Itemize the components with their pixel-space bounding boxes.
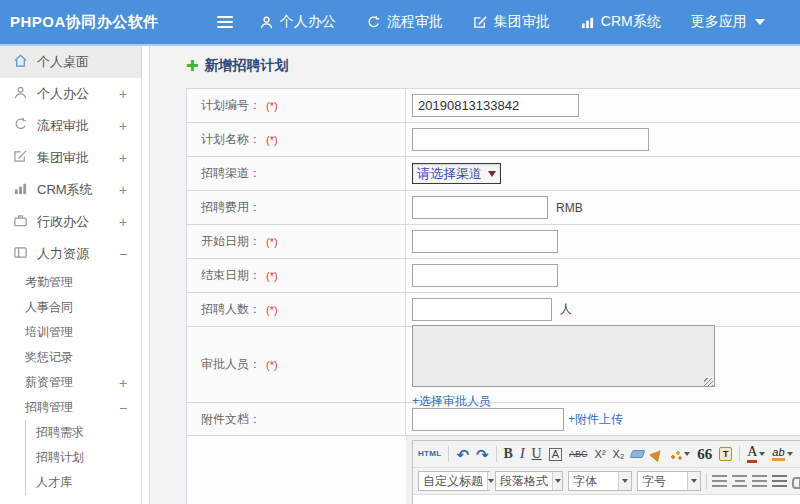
redo-button[interactable]: ↷ bbox=[476, 447, 489, 462]
unit-suffix: 人 bbox=[560, 301, 572, 318]
font-family-select[interactable]: 字体 bbox=[568, 471, 632, 491]
chevron-down-icon bbox=[622, 479, 628, 483]
sidebar-item-recruit-plan[interactable]: 招聘计划 bbox=[26, 445, 141, 470]
sidebar-item-admin-office[interactable]: 行政办公 + bbox=[0, 206, 141, 238]
italic-button[interactable]: I bbox=[520, 447, 525, 461]
edit-icon bbox=[473, 15, 488, 30]
editor-toolbar-row2: 自定义标题 段落格式 字体 字号 bbox=[413, 468, 800, 495]
expand-plus-icon[interactable]: + bbox=[119, 118, 141, 134]
sidebar-item-hr[interactable]: 人力资源 − bbox=[0, 238, 141, 270]
channel-select[interactable]: 请选择渠道 bbox=[412, 163, 501, 184]
format-clear-brush-icon[interactable] bbox=[649, 446, 665, 462]
format-painter-button[interactable] bbox=[670, 448, 690, 460]
recruit-submenu: 招聘需求 招聘计划 人才库 bbox=[25, 420, 141, 495]
recruit-plan-form: 计划编号： (*) 计划名称： (*) 招聘渠道： 请选择渠道 bbox=[186, 88, 800, 504]
undo-button[interactable]: ↶ bbox=[456, 447, 469, 462]
sidebar-item-group-approval[interactable]: 集团审批 + bbox=[0, 142, 141, 174]
paste-text-icon[interactable]: T bbox=[719, 447, 732, 461]
page-title: ✚ 新增招聘计划 bbox=[186, 57, 289, 75]
sidebar-item-personal-office[interactable]: 个人办公 + bbox=[0, 78, 141, 110]
required-mark: (*) bbox=[266, 359, 278, 371]
main-content: ✚ 新增招聘计划 计划编号： (*) 计划名称： (*) 招聘渠道： bbox=[150, 46, 800, 504]
plan-name-input[interactable] bbox=[412, 128, 649, 151]
sidebar-item-recruit-mgmt[interactable]: 招聘管理 − bbox=[0, 395, 141, 420]
link-icon[interactable] bbox=[792, 477, 800, 486]
topmenu-group-approval[interactable]: 集团审批 bbox=[473, 13, 550, 31]
sidebar: 个人桌面 个人办公 + 流程审批 + 集团审批 + bbox=[0, 46, 141, 504]
required-mark: (*) bbox=[266, 270, 278, 282]
expand-plus-icon[interactable]: + bbox=[119, 214, 141, 230]
currency-suffix: RMB bbox=[556, 201, 583, 215]
required-mark: (*) bbox=[266, 134, 278, 146]
sidebar-item-training[interactable]: 培训管理 bbox=[0, 320, 141, 345]
plan-no-input[interactable] bbox=[412, 94, 579, 117]
topmenu-workflow-approval[interactable]: 流程审批 bbox=[366, 13, 443, 31]
add-plus-icon: ✚ bbox=[186, 57, 199, 75]
sidebar-item-salary[interactable]: 薪资管理 + bbox=[0, 370, 141, 395]
sidebar-item-recruit-demand[interactable]: 招聘需求 bbox=[26, 420, 141, 445]
chevron-down-icon bbox=[691, 479, 697, 483]
sidebar-item-talent-pool[interactable]: 人才库 bbox=[26, 470, 141, 495]
topmenu-crm[interactable]: CRM系统 bbox=[580, 13, 661, 31]
person-icon bbox=[13, 85, 28, 103]
editor-content-area[interactable] bbox=[413, 495, 800, 504]
bold-button[interactable]: B bbox=[504, 447, 513, 461]
chevron-down-icon bbox=[555, 479, 561, 483]
form-row-content-editor: HTML ↶ ↷ B I U A ABC X² X₂ bbox=[187, 436, 800, 504]
align-center-icon[interactable] bbox=[732, 475, 747, 488]
underline-button[interactable]: U bbox=[532, 447, 542, 461]
topmenu-more-apps[interactable]: 更多应用 bbox=[691, 13, 765, 31]
superscript-button[interactable]: X² bbox=[595, 449, 606, 460]
sidebar-item-desktop[interactable]: 个人桌面 bbox=[0, 46, 141, 78]
paragraph-format-select[interactable]: 段落格式 bbox=[495, 471, 563, 491]
sidebar-splitter[interactable] bbox=[141, 46, 150, 504]
headcount-input[interactable] bbox=[412, 298, 552, 321]
form-row-attachment: 附件文档： +附件上传 bbox=[187, 403, 800, 436]
attachment-input[interactable] bbox=[412, 408, 564, 431]
expand-plus-icon[interactable]: + bbox=[119, 86, 141, 102]
collapse-minus-icon[interactable]: − bbox=[119, 400, 141, 416]
align-left-icon[interactable] bbox=[712, 475, 727, 488]
bar-chart-icon bbox=[580, 15, 595, 30]
start-date-input[interactable] bbox=[412, 230, 558, 253]
subscript-button[interactable]: X₂ bbox=[613, 449, 625, 460]
font-size-select[interactable]: 字号 bbox=[637, 471, 701, 491]
approvers-textarea[interactable] bbox=[412, 325, 715, 387]
sidebar-item-hr-contract[interactable]: 人事合同 bbox=[0, 295, 141, 320]
format-painter-icon bbox=[670, 448, 682, 460]
top-navbar: PHPOA协同办公软件 个人办公 流程审批 bbox=[0, 0, 800, 46]
chevron-down-icon bbox=[488, 479, 494, 483]
expand-plus-icon[interactable]: + bbox=[119, 375, 141, 391]
sidebar-item-attendance[interactable]: 考勤管理 bbox=[0, 270, 141, 295]
chevron-down-icon bbox=[759, 452, 765, 456]
topmenu-personal-office[interactable]: 个人办公 bbox=[259, 13, 336, 31]
align-justify-icon[interactable] bbox=[772, 475, 787, 488]
menu-toggle-icon[interactable] bbox=[217, 16, 233, 28]
source-code-button[interactable]: HTML bbox=[418, 450, 441, 458]
end-date-input[interactable] bbox=[412, 264, 558, 287]
collapse-minus-icon[interactable]: − bbox=[119, 246, 141, 262]
strikethrough-button[interactable]: ABC bbox=[569, 450, 588, 459]
attachment-upload-link[interactable]: +附件上传 bbox=[568, 411, 623, 428]
required-mark: (*) bbox=[266, 304, 278, 316]
bar-chart-icon bbox=[13, 181, 28, 199]
sidebar-item-rewards[interactable]: 奖惩记录 bbox=[0, 345, 141, 370]
custom-title-select[interactable]: 自定义标题 bbox=[418, 471, 490, 491]
font-color-button[interactable]: A bbox=[747, 445, 765, 463]
select-caret-icon bbox=[488, 171, 496, 177]
align-right-icon[interactable] bbox=[752, 475, 767, 488]
expand-plus-icon[interactable]: + bbox=[119, 150, 141, 166]
highlight-color-button[interactable]: ab bbox=[772, 447, 792, 461]
cost-input[interactable] bbox=[412, 196, 548, 219]
form-row-headcount: 招聘人数： (*) 人 bbox=[187, 293, 800, 327]
eraser-icon[interactable] bbox=[630, 450, 646, 458]
sidebar-item-crm[interactable]: CRM系统 + bbox=[0, 174, 141, 206]
edit-icon bbox=[13, 149, 28, 167]
autotypeset-button[interactable]: A bbox=[549, 448, 562, 461]
blockquote-button[interactable]: 66 bbox=[697, 447, 712, 462]
expand-plus-icon[interactable]: + bbox=[119, 182, 141, 198]
required-mark: (*) bbox=[266, 100, 278, 112]
sidebar-item-workflow-approval[interactable]: 流程审批 + bbox=[0, 110, 141, 142]
process-refresh-icon bbox=[13, 117, 28, 135]
form-row-end-date: 结束日期： (*) bbox=[187, 259, 800, 293]
